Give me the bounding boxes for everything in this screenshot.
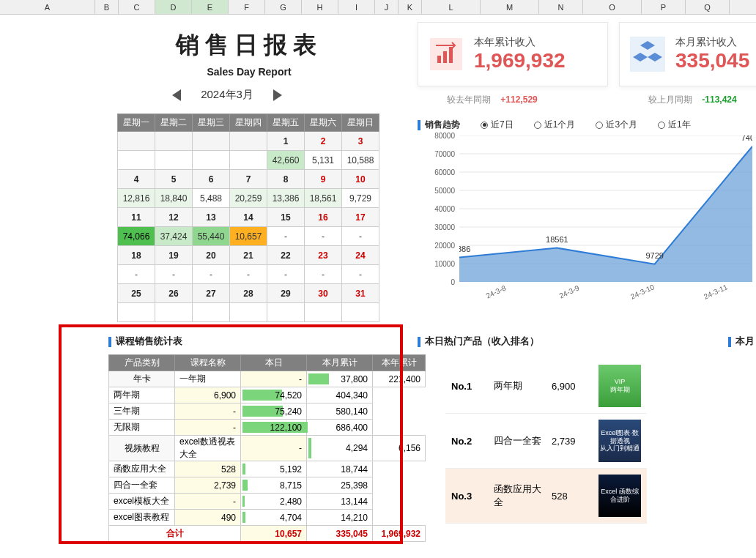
col-header-E[interactable]: E <box>192 0 229 14</box>
calendar-day[interactable]: 22 <box>267 246 305 265</box>
stats-today: - <box>241 436 307 461</box>
col-header-D[interactable]: D <box>155 0 192 14</box>
calendar-day[interactable]: 5 <box>155 170 193 189</box>
col-header-A[interactable]: A <box>0 0 95 14</box>
radio-icon <box>658 122 665 129</box>
calendar-day[interactable]: 16 <box>305 208 342 227</box>
stats-name: 两年期 <box>109 387 175 403</box>
col-header-P[interactable]: P <box>642 0 686 14</box>
calendar-day[interactable]: 3 <box>342 132 379 151</box>
calendar-day[interactable]: 28 <box>230 284 267 303</box>
col-header-F[interactable]: F <box>229 0 265 14</box>
ranking-list: No.1两年期6,900VIP两年期No.2四合一全套2,739Excel图表·… <box>445 359 647 524</box>
rank-thumbnail: Excel 函数综合进阶 <box>598 475 641 517</box>
calendar-day[interactable]: 8 <box>267 170 305 189</box>
trend-option-3[interactable]: 近1年 <box>658 119 691 131</box>
calendar-day[interactable]: 12 <box>155 208 193 227</box>
stats-row: 年卡一年期-37,800221,400 <box>109 371 426 387</box>
rank-name: 函数应用大全 <box>494 483 541 509</box>
calendar-value: - <box>342 227 379 246</box>
calendar-day[interactable]: 14 <box>230 208 267 227</box>
kpi-month-value: 335,045 <box>675 49 756 72</box>
col-header-C[interactable]: C <box>119 0 155 14</box>
calendar-value <box>193 303 230 322</box>
col-header-B[interactable]: B <box>95 0 119 14</box>
stats-year: 13,144 <box>307 494 373 510</box>
calendar-day[interactable]: 2 <box>305 132 342 151</box>
col-header-H[interactable]: H <box>302 0 338 14</box>
calendar-day[interactable]: 24 <box>342 246 379 265</box>
calendar-day[interactable]: 11 <box>118 208 155 227</box>
next-month-icon[interactable] <box>273 89 282 101</box>
col-header-M[interactable]: M <box>481 0 539 14</box>
rank-row[interactable]: No.1两年期6,900VIP两年期 <box>445 359 647 414</box>
calendar-value: 55,440 <box>193 227 230 246</box>
col-header-O[interactable]: O <box>583 0 642 14</box>
stats-today: 2,739 <box>175 477 241 494</box>
col-header-K[interactable]: K <box>399 0 422 14</box>
rank-row[interactable]: No.3函数应用大全528Excel 函数综合进阶 <box>445 469 647 524</box>
calendar-day[interactable]: 25 <box>118 284 155 303</box>
calendar-day[interactable] <box>230 132 267 151</box>
calendar-value <box>118 151 155 170</box>
col-header-J[interactable]: J <box>375 0 399 14</box>
stats-today: - <box>175 494 241 510</box>
calendar-day[interactable]: 6 <box>193 170 230 189</box>
calendar-day[interactable]: 15 <box>267 208 305 227</box>
trend-option-2[interactable]: 近3个月 <box>596 119 637 131</box>
calendar-day[interactable] <box>155 132 193 151</box>
stats-total-row: 合计10,657335,0451,969,932 <box>109 526 426 542</box>
calendar-day[interactable]: 27 <box>193 284 230 303</box>
rank-thumbnail: VIP两年期 <box>598 365 641 407</box>
stats-table: 产品类别课程名称本日本月累计本年累计年卡一年期-37,800221,400两年期… <box>108 354 426 542</box>
col-header-I[interactable]: I <box>338 0 375 14</box>
col-header-N[interactable]: N <box>539 0 583 14</box>
calendar-value: 10,588 <box>342 151 379 170</box>
calendar-day[interactable]: 1 <box>267 132 305 151</box>
stats-name: excel数透视表大全 <box>175 436 241 461</box>
stats-name: 三年期 <box>109 403 175 420</box>
stats-row: 无限期-122,100686,400 <box>109 420 426 436</box>
rank-name: 两年期 <box>494 379 541 393</box>
svg-text:18561: 18561 <box>546 235 568 244</box>
calendar-day[interactable]: 19 <box>155 246 193 265</box>
calendar-day[interactable]: 10 <box>342 170 379 189</box>
stats-month: 2,480 <box>241 494 307 510</box>
calendar-day[interactable]: 26 <box>155 284 193 303</box>
col-header-Q[interactable]: Q <box>686 0 730 14</box>
calendar-day[interactable]: 23 <box>305 246 342 265</box>
calendar-day[interactable]: 4 <box>118 170 155 189</box>
col-header-L[interactable]: L <box>422 0 481 14</box>
calendar-day[interactable]: 9 <box>305 170 342 189</box>
calendar-day[interactable]: 7 <box>230 170 267 189</box>
report-title: 销售日报表 <box>117 29 381 62</box>
stats-month: 122,100 <box>241 420 307 436</box>
calendar-value: - <box>193 265 230 284</box>
calendar-day[interactable]: 29 <box>267 284 305 303</box>
rank-value: 528 <box>552 491 588 502</box>
calendar-day[interactable] <box>118 132 155 151</box>
rank-row[interactable]: No.2四合一全套2,739Excel图表·数据透视从入门到精通 <box>445 414 647 469</box>
calendar-day[interactable]: 21 <box>230 246 267 265</box>
calendar-day[interactable]: 30 <box>305 284 342 303</box>
calendar-value: 42,660 <box>267 151 305 170</box>
calendar-day[interactable]: 17 <box>342 208 379 227</box>
stats-month: 8,715 <box>241 477 307 494</box>
trend-option-0[interactable]: 近7日 <box>481 119 514 131</box>
calendar-day[interactable]: 18 <box>118 246 155 265</box>
month-label: 2024年3月 <box>201 88 253 102</box>
trend-option-1[interactable]: 近1个月 <box>534 119 576 131</box>
calendar-day[interactable]: 31 <box>342 284 379 303</box>
stats-category: 视频教程 <box>109 436 175 461</box>
calendar-day[interactable]: 13 <box>193 208 230 227</box>
chart-y-axis: 0100002000030000400005000060000700008000… <box>429 135 458 282</box>
stats-row: 两年期6,90074,520404,340 <box>109 387 426 403</box>
calendar-value <box>267 303 305 322</box>
calendar-value: - <box>305 227 342 246</box>
cube-icon <box>630 37 665 72</box>
calendar-day[interactable]: 20 <box>193 246 230 265</box>
col-header-G[interactable]: G <box>265 0 302 14</box>
stats-row: 函数应用大全5285,19218,744 <box>109 461 426 477</box>
prev-month-icon[interactable] <box>172 89 181 101</box>
calendar-day[interactable] <box>193 132 230 151</box>
